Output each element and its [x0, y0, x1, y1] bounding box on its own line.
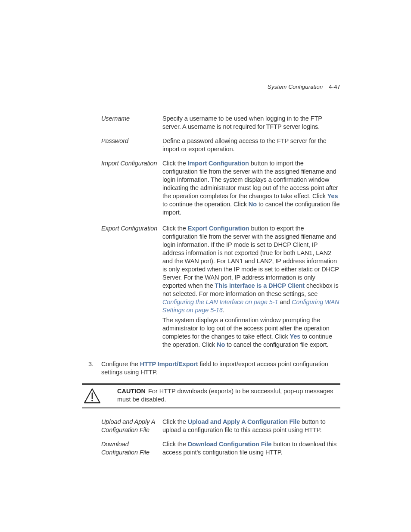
def-row-upload-apply: Upload and Apply A Configuration File Cl…	[101, 418, 340, 434]
term-export-configuration: Export Configuration	[101, 224, 162, 351]
text: to continue the operation. Click	[162, 201, 249, 208]
http-import-export-label: HTTP Import/Export	[140, 361, 198, 367]
desc-password: Define a password allowing access to the…	[162, 137, 340, 153]
caution-box: CAUTIONFor HTTP downloads (exports) to b…	[82, 383, 340, 408]
term-import-configuration: Import Configuration	[101, 159, 162, 218]
download-button-label: Download Configuration File	[188, 441, 272, 448]
caution-label: CAUTION	[117, 388, 146, 395]
caution-icon	[82, 387, 109, 404]
desc-username: Specify a username to be used when loggi…	[162, 115, 340, 131]
desc-upload-apply: Click the Upload and Apply A Configurati…	[162, 418, 340, 434]
svg-point-2	[91, 400, 93, 401]
desc-download: Click the Download Configuration File bu…	[162, 440, 340, 457]
term-password: Password	[101, 137, 162, 153]
text: to cancel the configuration file export.	[225, 341, 328, 348]
term-username: Username	[101, 115, 162, 131]
def-row-download: Download Configuration File Click the Do…	[101, 440, 340, 457]
header-section-title: System Configuration	[268, 84, 323, 90]
running-header: System Configuration 4-47	[268, 84, 340, 90]
caution-body: CAUTIONFor HTTP downloads (exports) to b…	[82, 385, 340, 407]
desc-import-configuration: Click the Import Configuration button to…	[162, 159, 340, 218]
text: button to export the configuration file …	[162, 225, 339, 289]
text: .	[223, 307, 224, 314]
step-body: Configure the HTTP Import/Export field t…	[101, 360, 340, 376]
caution-message: For HTTP downloads (exports) to be succe…	[117, 388, 333, 403]
term-download: Download Configuration File	[101, 440, 162, 457]
text: Click the	[162, 160, 188, 167]
def-row-import-configuration: Import Configuration Click the Import Co…	[101, 159, 340, 218]
text: Configure the	[101, 361, 140, 367]
dhcp-client-checkbox-label: This interface is a DHCP Client	[215, 282, 305, 289]
yes-label: Yes	[327, 193, 338, 199]
no-label: No	[217, 341, 225, 348]
export-configuration-button-label: Export Configuration	[188, 225, 249, 232]
yes-label: Yes	[290, 333, 301, 340]
page: System Configuration 4-47 Username Speci…	[0, 0, 411, 532]
import-configuration-button-label: Import Configuration	[188, 160, 249, 167]
content-area: Username Specify a username to be used w…	[101, 84, 340, 457]
text: Click the	[162, 418, 188, 425]
upload-apply-button-label: Upload and Apply A Configuration File	[188, 418, 300, 425]
header-page-ref: 4-47	[329, 84, 340, 90]
link-configuring-lan-interface[interactable]: Configuring the LAN Interface on page 5-…	[162, 299, 278, 305]
def-row-password: Password Define a password allowing acce…	[101, 137, 340, 153]
def-row-export-configuration: Export Configuration Click the Export Co…	[101, 224, 340, 351]
def-row-username: Username Specify a username to be used w…	[101, 115, 340, 131]
step-3: 3. Configure the HTTP Import/Export fiel…	[88, 360, 340, 376]
term-upload-apply: Upload and Apply A Configuration File	[101, 418, 162, 434]
divider-bottom	[82, 407, 340, 408]
caution-text: CAUTIONFor HTTP downloads (exports) to b…	[109, 387, 340, 404]
text: Click the	[162, 225, 188, 232]
step-number: 3.	[88, 360, 101, 376]
text: Click the	[162, 441, 188, 448]
text: and	[278, 299, 292, 305]
desc-export-configuration: Click the Export Configuration button to…	[162, 224, 340, 351]
no-label: No	[249, 201, 257, 208]
